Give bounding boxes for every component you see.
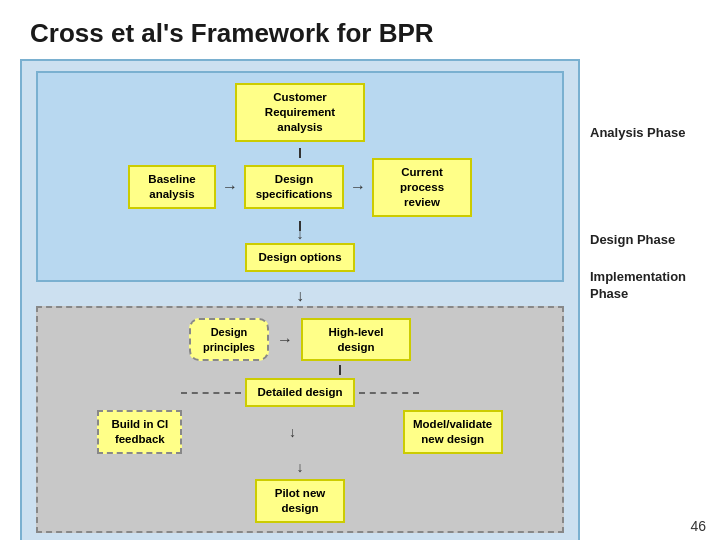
design-principles-box: Design principles <box>189 318 269 361</box>
diagram-area: Customer Requirement analysis Baseline a… <box>20 59 580 540</box>
current-process-box: Current process review <box>372 158 472 217</box>
phase-labels: Analysis Phase Design Phase Implementati… <box>590 59 700 540</box>
dashed-left <box>181 392 241 394</box>
design-specs-box: Design specifications <box>244 165 344 209</box>
design-phase-label: Design Phase <box>590 142 700 249</box>
arrow-right-1: → <box>222 178 238 196</box>
design-section: Design principles → High-level design De… <box>36 306 564 534</box>
build-ci-box: Build in CI feedback <box>97 410 182 454</box>
analysis-section: Customer Requirement analysis Baseline a… <box>36 71 564 282</box>
baseline-box: Baseline analysis <box>128 165 216 209</box>
page-number: 46 <box>690 518 706 534</box>
high-level-box: High-level design <box>301 318 411 362</box>
detailed-design-box: Detailed design <box>245 378 355 407</box>
customer-requirement-box: Customer Requirement analysis <box>235 83 365 142</box>
page-title: Cross et al's Framework for BPR <box>0 0 720 59</box>
arrow-right-2: → <box>350 178 366 196</box>
pilot-new-box: Pilot new design <box>255 479 345 523</box>
impl-phase-label: Implementation Phase <box>590 249 700 303</box>
dashed-right <box>359 392 419 394</box>
arrow-right-3: → <box>277 331 293 349</box>
design-options-box: Design options <box>245 243 355 272</box>
analysis-phase-label: Analysis Phase <box>590 87 700 142</box>
model-validate-box: Model/validate new design <box>403 410 503 454</box>
